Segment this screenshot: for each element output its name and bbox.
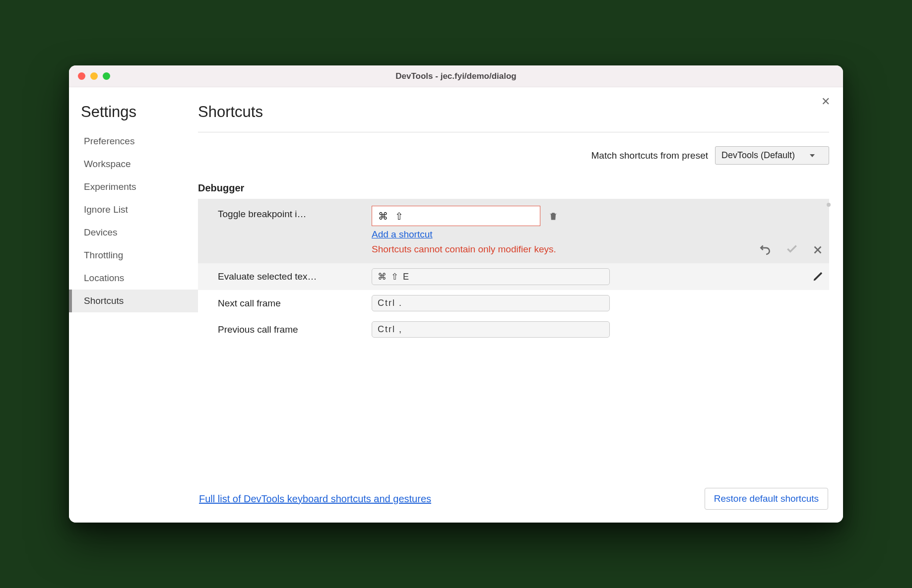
window-title: DevTools - jec.fyi/demo/dialog	[69, 71, 843, 81]
section-title-debugger: Debugger	[198, 179, 829, 199]
shortcut-list: Toggle breakpoint i… Add a shortcut Shor…	[198, 199, 829, 343]
shortcut-label: Previous call frame	[218, 321, 367, 335]
window-maximize-button[interactable]	[103, 72, 110, 80]
preset-row: Match shortcuts from preset DevTools (De…	[198, 132, 829, 179]
edit-actions	[759, 242, 823, 256]
pencil-icon[interactable]	[812, 271, 823, 282]
titlebar: DevTools - jec.fyi/demo/dialog	[69, 65, 843, 87]
sidebar-item-label: Ignore List	[84, 204, 128, 215]
shortcut-input[interactable]	[372, 206, 540, 226]
shortcut-chip: Ctrl .	[372, 295, 610, 311]
sidebar-item-label: Shortcuts	[84, 295, 124, 306]
shortcut-label: Next call frame	[218, 295, 367, 309]
sidebar-item-label: Preferences	[84, 136, 134, 146]
cancel-icon[interactable]	[812, 244, 823, 255]
sidebar-item-ignore-list[interactable]: Ignore List	[69, 198, 198, 221]
add-shortcut-link[interactable]: Add a shortcut	[372, 229, 433, 240]
preset-select[interactable]: DevTools (Default)	[715, 146, 829, 165]
check-icon[interactable]	[785, 242, 798, 255]
sidebar-item-devices[interactable]: Devices	[69, 221, 198, 244]
scrollbar-thumb[interactable]	[827, 203, 831, 207]
sidebar-item-locations[interactable]: Locations	[69, 267, 198, 290]
restore-defaults-button[interactable]: Restore default shortcuts	[705, 488, 828, 510]
sidebar-item-label: Throttling	[84, 250, 123, 260]
sidebar-item-label: Experiments	[84, 181, 136, 192]
shortcut-edit-area: Add a shortcut Shortcuts cannot contain …	[372, 206, 610, 256]
sidebar-item-shortcuts[interactable]: Shortcuts	[69, 290, 198, 312]
sidebar-item-workspace[interactable]: Workspace	[69, 153, 198, 176]
content-area: ✕ Settings Preferences Workspace Experim…	[69, 87, 843, 523]
main-panel: Shortcuts Match shortcuts from preset De…	[198, 87, 843, 523]
sidebar-item-experiments[interactable]: Experiments	[69, 176, 198, 198]
shortcut-label: Toggle breakpoint i…	[218, 206, 367, 220]
sidebar-item-label: Workspace	[84, 159, 131, 169]
shortcut-row-editing: Toggle breakpoint i… Add a shortcut Shor…	[198, 199, 829, 263]
window-close-button[interactable]	[78, 72, 85, 80]
sidebar-item-throttling[interactable]: Throttling	[69, 244, 198, 267]
settings-sidebar: Settings Preferences Workspace Experimen…	[69, 87, 198, 523]
shortcut-row: Next call frame Ctrl .	[198, 290, 829, 316]
trash-icon[interactable]	[548, 211, 558, 222]
undo-icon[interactable]	[759, 242, 772, 255]
footer-row: Full list of DevTools keyboard shortcuts…	[198, 474, 829, 513]
full-shortcut-list-link[interactable]: Full list of DevTools keyboard shortcuts…	[199, 493, 431, 505]
shortcut-error-text: Shortcuts cannot contain only modifier k…	[372, 243, 600, 256]
shortcut-chip: Ctrl ,	[372, 321, 610, 338]
sidebar-heading: Settings	[69, 103, 198, 130]
sidebar-item-preferences[interactable]: Preferences	[69, 130, 198, 153]
preset-label: Match shortcuts from preset	[591, 150, 708, 161]
shortcut-row: Evaluate selected tex… ⌘ ⇧ E	[198, 263, 829, 290]
traffic-lights	[78, 72, 110, 80]
chevron-down-icon	[810, 154, 815, 157]
sidebar-item-label: Locations	[84, 273, 124, 283]
preset-selected-value: DevTools (Default)	[721, 150, 795, 161]
shortcut-chip: ⌘ ⇧ E	[372, 268, 610, 285]
window-minimize-button[interactable]	[90, 72, 98, 80]
devtools-window: DevTools - jec.fyi/demo/dialog ✕ Setting…	[69, 65, 843, 523]
shortcut-row: Previous call frame Ctrl ,	[198, 316, 829, 343]
shortcut-label: Evaluate selected tex…	[218, 268, 367, 282]
sidebar-item-label: Devices	[84, 227, 118, 237]
page-title: Shortcuts	[198, 103, 829, 132]
